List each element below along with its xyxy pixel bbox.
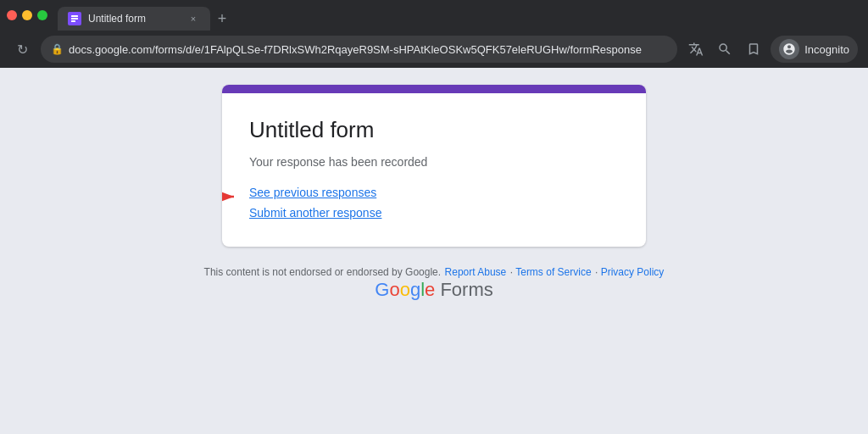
url-bar[interactable]: 🔒 docs.google.com/forms/d/e/1FAlpQLSe-f7…	[41, 36, 677, 63]
tl-minimize[interactable]	[22, 10, 32, 20]
terms-link[interactable]: Terms of Service	[515, 266, 591, 278]
refresh-button[interactable]: ↻	[10, 37, 34, 61]
form-card-body: Untitled form Your response has been rec…	[222, 93, 646, 247]
form-card: Untitled form Your response has been rec…	[222, 85, 646, 247]
form-title: Untitled form	[249, 117, 619, 143]
footer-sep3: ·	[595, 266, 601, 278]
traffic-lights	[7, 10, 47, 20]
page-footer: This content is not endorsed or endorsed…	[204, 264, 665, 301]
tab-favicon	[68, 12, 81, 25]
footer-disclaimer: This content is not endorsed or endorsed…	[204, 264, 665, 279]
form-links: See previous responses Submit another re…	[249, 186, 619, 220]
new-tab-button[interactable]: +	[210, 7, 234, 31]
incognito-button[interactable]: Incognito	[771, 36, 858, 63]
privacy-link[interactable]: Privacy Policy	[601, 266, 665, 278]
tab-close-button[interactable]: ×	[186, 12, 200, 25]
title-bar: Untitled form × +	[0, 0, 868, 31]
tl-close[interactable]	[7, 10, 17, 20]
url-text: docs.google.com/forms/d/e/1FAlpQLSe-f7DR…	[69, 43, 667, 56]
svg-rect-0	[71, 15, 78, 17]
incognito-icon	[779, 39, 799, 59]
address-actions: Incognito	[684, 36, 858, 63]
see-previous-responses-link[interactable]: See previous responses	[249, 186, 619, 199]
arrow-indicator	[222, 187, 241, 206]
address-bar: ↻ 🔒 docs.google.com/forms/d/e/1FAlpQLSe-…	[0, 31, 868, 68]
incognito-label: Incognito	[804, 43, 849, 56]
submit-another-response-link[interactable]: Submit another response	[249, 206, 619, 220]
tab-bar: Untitled form × +	[58, 0, 861, 31]
report-abuse-link[interactable]: Report Abuse	[445, 266, 507, 278]
tab-title: Untitled form	[88, 13, 180, 25]
google-forms-logo: Google Forms	[204, 279, 665, 301]
zoom-button[interactable]	[713, 37, 737, 61]
footer-disclaimer-text: This content is not endorsed or endorsed…	[204, 266, 442, 278]
bookmark-button[interactable]	[742, 37, 765, 61]
form-card-accent-bar	[222, 85, 646, 93]
lock-icon: 🔒	[51, 43, 64, 55]
svg-rect-2	[71, 20, 75, 22]
tl-maximize[interactable]	[37, 10, 47, 20]
svg-rect-1	[71, 18, 78, 19]
translate-button[interactable]	[684, 37, 708, 61]
form-subtitle: Your response has been recorded	[249, 155, 619, 169]
active-tab[interactable]: Untitled form ×	[58, 7, 210, 31]
page-content: Untitled form Your response has been rec…	[0, 68, 868, 434]
